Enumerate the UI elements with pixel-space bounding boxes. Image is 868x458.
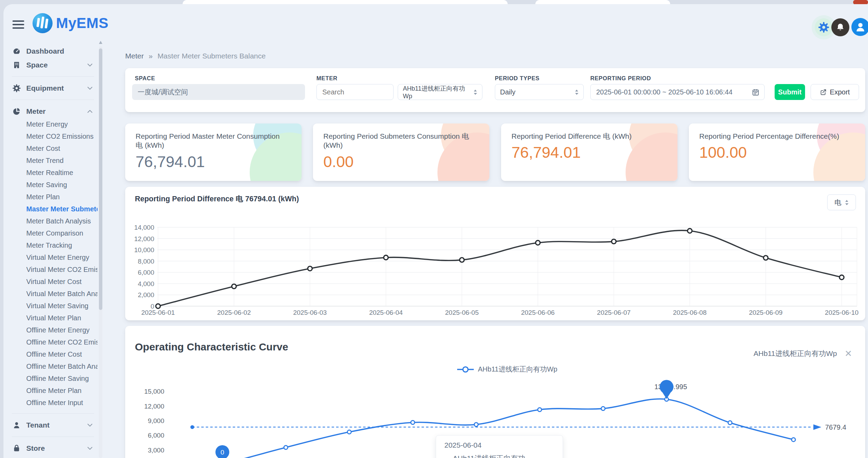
- reporting-period-label: REPORTING PERIOD: [590, 75, 651, 82]
- sidebar-subitem-master-meter-submeters-balance[interactable]: Master Meter Submeters Balance: [10, 203, 98, 215]
- space-input[interactable]: [132, 84, 305, 100]
- svg-text:2025-06-08: 2025-06-08: [673, 309, 707, 316]
- legend-label: AHb11进线柜正向有功Wp: [478, 365, 557, 374]
- sidebar-divider: [12, 437, 94, 437]
- sidebar-item-dashboard[interactable]: Dashboard: [10, 44, 98, 58]
- breadcrumb-section[interactable]: Meter: [125, 52, 144, 60]
- meter-select[interactable]: AHb11进线柜正向有功Wp: [398, 84, 482, 100]
- sidebar-item-store[interactable]: Store: [10, 441, 98, 455]
- metric-card-value: 0.00: [323, 153, 489, 171]
- breadcrumb: Meter » Master Meter Submeters Balance: [125, 52, 266, 60]
- hamburger-menu-button[interactable]: [12, 20, 24, 30]
- svg-text:12,000: 12,000: [134, 235, 154, 242]
- metric-card-2: Reporting Period Difference 电 (kWh)76,79…: [501, 123, 677, 181]
- sidebar-subitem-virtual-meter-batch-analysis[interactable]: Virtual Meter Batch Analysis: [10, 288, 98, 300]
- svg-text:8,000: 8,000: [138, 258, 154, 265]
- svg-text:2025-06-05: 2025-06-05: [445, 309, 479, 316]
- series-tag: AHb11进线柜正向有功Wp ✕: [754, 349, 852, 358]
- chart1-title: Reporting Period Difference 电 76794.01 (…: [135, 194, 299, 204]
- svg-text:2025-06-01: 2025-06-01: [141, 309, 175, 316]
- sidebar-scrollbar-thumb[interactable]: [99, 48, 102, 310]
- close-icon[interactable]: ✕: [844, 349, 852, 358]
- reporting-period-input[interactable]: [590, 84, 765, 100]
- sidebar-subitem-offline-meter-saving[interactable]: Offline Meter Saving: [10, 373, 98, 385]
- sidebar-item-tenant[interactable]: Tenant: [10, 418, 98, 432]
- sidebar-subitem-meter-co2-emissions[interactable]: Meter CO2 Emissions: [10, 130, 98, 143]
- svg-text:4,000: 4,000: [138, 280, 154, 287]
- app-logo[interactable]: MyEMS: [33, 13, 109, 33]
- sidebar-subitem-meter-comparison[interactable]: Meter Comparison: [10, 227, 98, 239]
- svg-text:0: 0: [221, 449, 224, 456]
- sidebar-subitem-meter-tracking[interactable]: Meter Tracking: [10, 239, 98, 251]
- sidebar-scroll-up-arrow[interactable]: [99, 41, 102, 44]
- sidebar-item-label: Tenant: [26, 421, 49, 429]
- sidebar-subitem-offline-meter-co2-emissions[interactable]: Offline Meter CO2 Emissions: [10, 336, 98, 348]
- bell-icon: [835, 22, 845, 32]
- sidebar-subitem-offline-meter-energy[interactable]: Offline Meter Energy: [10, 324, 98, 336]
- period-types-label: PERIOD TYPES: [495, 75, 539, 82]
- sidebar-subitem-offline-meter-plan[interactable]: Offline Meter Plan: [10, 385, 98, 397]
- sidebar-subitem-meter-realtime[interactable]: Meter Realtime: [10, 167, 98, 179]
- legend-line-icon: [457, 366, 474, 373]
- sidebar-subitem-offline-meter-batch-analysis[interactable]: Offline Meter Batch Analysis: [10, 360, 98, 373]
- sidebar-subitem-offline-meter-cost[interactable]: Offline Meter Cost: [10, 348, 98, 360]
- difference-line-chart[interactable]: 02,0004,0006,0008,00010,00012,00014,0002…: [131, 218, 861, 316]
- pie-icon: [12, 107, 21, 116]
- sidebar-item-label: Equipment: [26, 84, 64, 92]
- svg-text:2025-06-06: 2025-06-06: [521, 309, 555, 316]
- svg-text:2025-06-09: 2025-06-09: [749, 309, 783, 316]
- sidebar-subitem-virtual-meter-saving[interactable]: Virtual Meter Saving: [10, 300, 98, 312]
- settings-gear-button[interactable]: [815, 18, 833, 36]
- series-tag-label: AHb11进线柜正向有功Wp: [754, 349, 837, 358]
- metric-card-3: Reporting Period Percentage Difference(%…: [689, 123, 865, 181]
- svg-text:6,000: 6,000: [138, 269, 154, 276]
- sidebar-nav: DashboardSpaceEquipmentMeterMeter Energy…: [10, 44, 98, 455]
- metric-card-0: Reporting Period Master Meter Consumptio…: [125, 123, 302, 181]
- user-icon: [855, 21, 866, 33]
- svg-text:2025-06-02: 2025-06-02: [217, 309, 251, 316]
- chart2-legend[interactable]: AHb11进线柜正向有功Wp: [457, 365, 557, 374]
- gear-icon: [818, 22, 829, 33]
- updown-arrows-icon: [575, 89, 579, 95]
- bag-icon: [12, 444, 21, 452]
- submit-button[interactable]: Submit: [775, 84, 805, 100]
- svg-text:2025-06-04: 2025-06-04: [369, 309, 403, 316]
- svg-text:2025-06-07: 2025-06-07: [597, 309, 630, 316]
- sidebar-subitem-meter-batch-analysis[interactable]: Meter Batch Analysis: [10, 215, 98, 227]
- sidebar-subitem-virtual-meter-energy[interactable]: Virtual Meter Energy: [10, 251, 98, 264]
- calendar-icon[interactable]: [751, 88, 760, 96]
- metric-card-title: Reporting Period Master Meter Consumptio…: [136, 132, 284, 150]
- updown-arrows-icon: [845, 200, 849, 205]
- sidebar-subitem-meter-trend[interactable]: Meter Trend: [10, 155, 98, 167]
- sidebar-subitem-meter-energy[interactable]: Meter Energy: [10, 118, 98, 130]
- sidebar-item-equipment[interactable]: Equipment: [10, 81, 98, 95]
- sidebar-item-label: Store: [26, 444, 45, 452]
- sidebar-item-space[interactable]: Space: [10, 58, 98, 72]
- sidebar-subitem-meter-plan[interactable]: Meter Plan: [10, 191, 98, 203]
- sidebar-subitem-meter-cost[interactable]: Meter Cost: [10, 143, 98, 155]
- sidebar-subitem-meter-saving[interactable]: Meter Saving: [10, 179, 98, 191]
- period-types-select[interactable]: Daily: [495, 84, 584, 100]
- metric-card-value: 76,794.01: [136, 153, 302, 171]
- chart-tooltip: 2025-06-04 AHb11进线柜正向有功Wp 8,625: [436, 435, 563, 458]
- period-types-value: Daily: [500, 88, 515, 96]
- sidebar-subitem-virtual-meter-plan[interactable]: Virtual Meter Plan: [10, 312, 98, 324]
- sidebar-subitem-offline-meter-input[interactable]: Offline Meter Input: [10, 397, 98, 409]
- export-button[interactable]: Export: [811, 84, 859, 100]
- chart2-title: Operating Characteristic Curve: [135, 341, 288, 353]
- sidebar-subitem-virtual-meter-co2-emissions[interactable]: Virtual Meter CO2 Emissions: [10, 264, 98, 276]
- meter-select-value: AHb11进线柜正向有功Wp: [403, 84, 473, 100]
- tooltip-series-name: AHb11进线柜正向有功Wp: [453, 454, 532, 458]
- energy-unit-select[interactable]: 电: [827, 194, 856, 210]
- export-icon: [820, 89, 827, 95]
- sidebar-subitem-virtual-meter-cost[interactable]: Virtual Meter Cost: [10, 276, 98, 288]
- meter-search-input[interactable]: [316, 84, 394, 100]
- user-avatar-button[interactable]: [851, 18, 868, 36]
- svg-text:9,000: 9,000: [148, 417, 164, 424]
- energy-unit-value: 电: [834, 198, 841, 207]
- notifications-bell-button[interactable]: [831, 18, 849, 36]
- sidebar-divider: [12, 413, 94, 414]
- sidebar-item-meter[interactable]: Meter: [10, 104, 98, 118]
- person-icon: [12, 421, 21, 429]
- metric-card-value: 76,794.01: [511, 144, 677, 162]
